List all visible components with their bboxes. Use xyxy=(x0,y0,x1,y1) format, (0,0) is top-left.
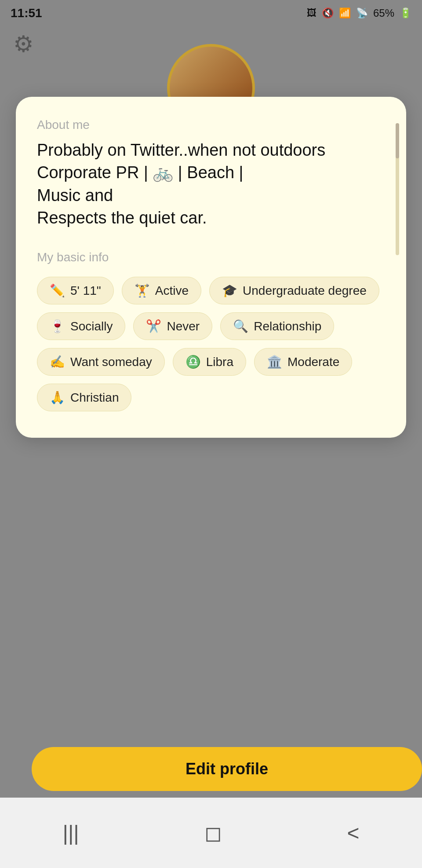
religion-icon: 🙏 xyxy=(50,390,65,405)
nav-recent-apps-icon[interactable]: ||| xyxy=(62,821,79,845)
height-tag: ✏️ 5' 11" xyxy=(37,277,114,304)
smoking-icon: ✂️ xyxy=(146,319,161,333)
image-icon: 🖼 xyxy=(307,7,316,19)
height-value: 5' 11" xyxy=(70,284,101,298)
nav-back-icon[interactable]: < xyxy=(347,821,360,845)
drinking-value: Socially xyxy=(70,319,113,333)
activity-icon: 🏋️ xyxy=(135,283,150,298)
bottom-nav-bar: ||| ◻ < xyxy=(0,798,422,868)
about-me-label: About me xyxy=(37,118,385,132)
signal-icon: 📡 xyxy=(356,7,368,19)
relationship-icon: 🔍 xyxy=(233,319,248,333)
politics-tag: 🏛️ Moderate xyxy=(254,348,352,376)
politics-icon: 🏛️ xyxy=(267,355,282,369)
wifi-icon: 📶 xyxy=(339,7,351,19)
education-icon: 🎓 xyxy=(222,283,237,298)
status-time: 11:51 xyxy=(11,6,42,20)
zodiac-tag: ♎ Libra xyxy=(173,348,246,376)
education-value: Undergraduate degree xyxy=(243,284,367,298)
tags-container: ✏️ 5' 11" 🏋️ Active 🎓 Undergraduate degr… xyxy=(37,277,385,411)
card-scrollbar[interactable] xyxy=(396,123,399,255)
activity-tag: 🏋️ Active xyxy=(122,277,201,304)
profile-card: About me Probably on Twitter..when not o… xyxy=(16,97,406,438)
religion-value: Christian xyxy=(70,391,119,405)
want-someday-icon: ✍️ xyxy=(50,355,65,369)
religion-tag: 🙏 Christian xyxy=(37,384,131,411)
height-icon: ✏️ xyxy=(50,283,65,298)
education-tag: 🎓 Undergraduate degree xyxy=(209,277,379,304)
politics-value: Moderate xyxy=(287,355,339,369)
mute-icon: 🔇 xyxy=(322,7,334,19)
want-someday-tag: ✍️ Want someday xyxy=(37,348,165,376)
activity-value: Active xyxy=(155,284,189,298)
relationship-tag: 🔍 Relationship xyxy=(220,312,334,340)
status-bar: 11:51 🖼 🔇 📶 📡 65% 🔋 xyxy=(0,0,422,26)
drinking-tag: 🍷 Socially xyxy=(37,312,125,340)
settings-gear-icon[interactable]: ⚙ xyxy=(13,31,34,57)
basic-info-label: My basic info xyxy=(37,250,385,264)
smoking-value: Never xyxy=(167,319,200,333)
drinking-icon: 🍷 xyxy=(50,319,65,333)
relationship-value: Relationship xyxy=(254,319,321,333)
zodiac-value: Libra xyxy=(206,355,233,369)
smoking-tag: ✂️ Never xyxy=(133,312,212,340)
status-icons: 🖼 🔇 📶 📡 65% 🔋 xyxy=(307,7,411,19)
battery-level: 65% xyxy=(373,7,394,19)
about-me-text: Probably on Twitter..when not outdoors C… xyxy=(37,139,385,229)
card-scrollbar-thumb xyxy=(396,123,399,158)
nav-home-icon[interactable]: ◻ xyxy=(204,820,222,845)
battery-icon: 🔋 xyxy=(400,7,411,19)
want-someday-value: Want someday xyxy=(70,355,152,369)
edit-profile-button[interactable]: Edit profile xyxy=(32,747,422,791)
zodiac-icon: ♎ xyxy=(186,355,201,369)
